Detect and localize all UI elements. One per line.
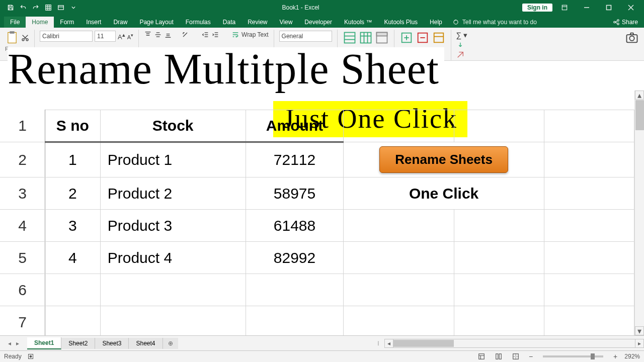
row-header[interactable]: 2 — [0, 142, 45, 177]
sheet-nav[interactable]: ◂▸ — [0, 339, 27, 348]
cell[interactable]: Product 4 — [100, 242, 246, 274]
tab-developer[interactable]: Developer — [298, 17, 338, 28]
cell-styles-icon[interactable] — [375, 31, 389, 45]
sheet-tab-4[interactable]: Sheet4 — [129, 338, 163, 349]
scroll-right-icon[interactable]: ▸ — [635, 339, 644, 348]
share-button[interactable]: Share — [607, 17, 644, 28]
worksheet[interactable]: 1 S no Stock Amount 2 1 Product 1 72112 … — [0, 90, 634, 335]
font-size[interactable]: 11 — [95, 31, 116, 42]
cell[interactable] — [544, 110, 634, 142]
hscroll-thumb[interactable] — [393, 340, 454, 347]
tab-draw[interactable]: Draw — [107, 17, 133, 28]
rename-sheets-button[interactable]: Rename Sheets — [379, 146, 508, 173]
qat-grid-icon[interactable] — [43, 2, 54, 13]
row-header[interactable]: 1 — [0, 110, 45, 142]
decrease-font-icon[interactable]: A▾ — [127, 32, 133, 40]
undo-icon[interactable] — [18, 2, 29, 13]
cell[interactable] — [544, 210, 634, 242]
qat-table-icon[interactable] — [55, 2, 66, 13]
scroll-left-icon[interactable]: ◂ — [384, 339, 393, 348]
cell[interactable]: 1 — [45, 142, 101, 177]
camera-icon[interactable] — [625, 31, 639, 45]
zoom-out-icon[interactable]: − — [527, 352, 535, 360]
close-icon[interactable] — [621, 0, 641, 15]
cell[interactable] — [344, 274, 454, 306]
vertical-scrollbar[interactable]: ▴ ▾ — [634, 90, 644, 335]
tab-help[interactable]: Help — [424, 17, 448, 28]
sheet-tab-3[interactable]: Sheet3 — [95, 338, 129, 349]
row-header[interactable]: 5 — [0, 242, 45, 274]
align-middle-icon[interactable] — [154, 31, 162, 39]
wrap-text-label[interactable]: Wrap Text — [242, 31, 269, 38]
tab-formulas[interactable]: Formulas — [180, 17, 217, 28]
add-sheet-icon[interactable]: ⊕ — [163, 338, 178, 349]
cell[interactable]: Product 3 — [100, 210, 246, 242]
cell[interactable] — [344, 242, 454, 274]
row-header[interactable]: 7 — [0, 306, 45, 338]
align-bottom-icon[interactable] — [164, 31, 172, 39]
orientation-icon[interactable] — [181, 31, 189, 39]
horizontal-scrollbar[interactable]: ⁞ ◂ ▸ — [372, 339, 644, 348]
scroll-up-icon[interactable]: ▴ — [635, 90, 644, 100]
maximize-icon[interactable] — [599, 0, 619, 15]
cell[interactable] — [45, 306, 101, 338]
conditional-formatting-icon[interactable] — [343, 31, 357, 45]
cell[interactable]: 2 — [45, 177, 101, 210]
cell[interactable] — [246, 306, 344, 338]
cell[interactable]: 61488 — [246, 210, 344, 242]
sheet-tab-2[interactable]: Sheet2 — [61, 338, 95, 349]
cell[interactable] — [344, 306, 454, 338]
cell[interactable] — [454, 274, 544, 306]
cell[interactable] — [454, 110, 544, 142]
cell[interactable] — [454, 242, 544, 274]
number-format[interactable]: General — [279, 31, 332, 42]
tab-view[interactable]: View — [274, 17, 299, 28]
clear-icon[interactable] — [456, 51, 464, 59]
cell[interactable]: Product 2 — [100, 177, 246, 210]
paste-icon[interactable] — [5, 31, 19, 45]
autosum-icon[interactable]: ∑ ▾ — [456, 31, 468, 40]
save-icon[interactable] — [5, 2, 16, 13]
cell[interactable] — [100, 274, 246, 306]
sheet-tab-1[interactable]: Sheet1 — [27, 337, 61, 349]
ribbon-display-icon[interactable] — [554, 0, 575, 15]
tab-review[interactable]: Review — [242, 17, 273, 28]
cell[interactable] — [544, 142, 634, 177]
format-table-icon[interactable] — [359, 31, 373, 45]
cell-header-amount[interactable]: Amount — [246, 110, 344, 142]
zoom-in-icon[interactable]: + — [611, 352, 619, 360]
tab-form[interactable]: Form — [54, 17, 80, 28]
tab-file[interactable]: File — [4, 17, 26, 28]
minimize-icon[interactable] — [577, 0, 597, 15]
view-normal-icon[interactable] — [475, 352, 488, 361]
decrease-indent-icon[interactable] — [201, 31, 209, 39]
scroll-down-icon[interactable]: ▾ — [635, 326, 644, 335]
cell[interactable] — [544, 306, 634, 338]
cut-icon[interactable] — [21, 34, 29, 42]
tab-kutools[interactable]: Kutools ™ — [338, 17, 378, 28]
signin-button[interactable]: Sign in — [522, 4, 552, 12]
tell-me[interactable]: Tell me what you want to do — [448, 17, 541, 28]
cell-header-stock[interactable]: Stock — [100, 110, 246, 142]
zoom-slider[interactable] — [543, 355, 603, 357]
tab-data[interactable]: Data — [217, 17, 242, 28]
redo-icon[interactable] — [30, 2, 41, 13]
cell[interactable]: 4 — [45, 242, 101, 274]
cell[interactable] — [344, 210, 454, 242]
cell[interactable] — [454, 210, 544, 242]
cell[interactable]: 72112 — [246, 142, 344, 177]
tab-kutools-plus[interactable]: Kutools Plus — [378, 17, 424, 28]
cell[interactable]: 58975 — [246, 177, 344, 210]
cell[interactable]: 82992 — [246, 242, 344, 274]
row-header[interactable]: 6 — [0, 274, 45, 306]
zoom-level[interactable]: 292% — [624, 353, 640, 360]
cell[interactable] — [246, 274, 344, 306]
cell[interactable] — [454, 306, 544, 338]
view-page-layout-icon[interactable] — [493, 352, 505, 361]
cell[interactable]: 3 — [45, 210, 101, 242]
cell[interactable] — [45, 274, 101, 306]
fill-icon[interactable] — [456, 41, 464, 49]
qat-customize-icon[interactable] — [68, 2, 79, 13]
cell[interactable]: Product 1 — [100, 142, 246, 177]
cell[interactable] — [544, 242, 634, 274]
